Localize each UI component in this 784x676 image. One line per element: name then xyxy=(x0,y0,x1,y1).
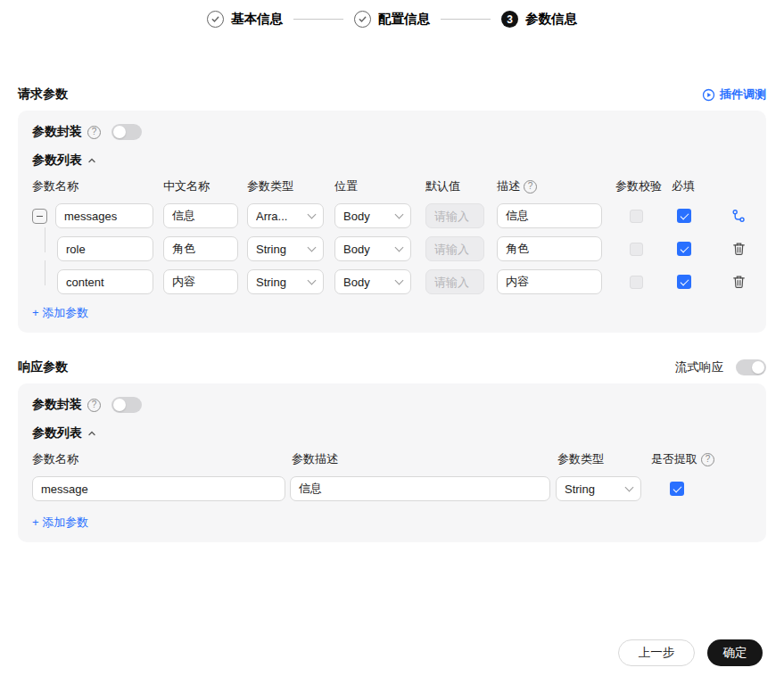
delete-param-icon[interactable] xyxy=(732,275,746,289)
param-type-select[interactable]: Arra... xyxy=(247,203,324,228)
step-done-check-icon xyxy=(354,11,371,28)
param-name-input[interactable] xyxy=(32,476,285,501)
step-indicator: 基本信息 配置信息 3 参数信息 xyxy=(0,0,784,28)
response-section-title: 响应参数 xyxy=(18,359,68,375)
param-default-input[interactable] xyxy=(425,269,484,294)
validation-checkbox[interactable] xyxy=(630,276,643,289)
param-name-input[interactable] xyxy=(55,203,153,228)
col-param-name: 参数名称 xyxy=(32,178,78,194)
required-checkbox[interactable] xyxy=(677,242,691,256)
help-icon[interactable] xyxy=(87,399,101,412)
help-icon[interactable] xyxy=(87,126,101,139)
confirm-button[interactable]: 确定 xyxy=(707,639,763,666)
validation-checkbox[interactable] xyxy=(630,243,643,256)
toggle-knob xyxy=(752,361,764,374)
plugin-debug-label: 插件调测 xyxy=(720,87,766,103)
response-table-header: 参数名称 参数描述 参数类型 是否提取 xyxy=(32,449,752,473)
request-param-row-content: String Body xyxy=(32,266,752,299)
col-param-name: 参数名称 xyxy=(32,451,78,467)
step-label: 基本信息 xyxy=(231,11,283,28)
param-cn-name-input[interactable] xyxy=(163,203,238,228)
param-location-select[interactable]: Body xyxy=(334,203,411,228)
step-label: 参数信息 xyxy=(525,11,577,28)
request-section-title: 请求参数 xyxy=(18,87,68,103)
minus-icon xyxy=(37,216,43,218)
col-required: 必填 xyxy=(672,178,695,194)
step-param-info[interactable]: 3 参数信息 xyxy=(501,11,577,28)
encapsulation-label: 参数封装 xyxy=(32,397,82,413)
param-default-input[interactable] xyxy=(425,203,484,228)
chevron-down-icon xyxy=(395,210,404,218)
param-list-label: 参数列表 xyxy=(32,153,82,169)
collapse-children-button[interactable] xyxy=(32,209,47,224)
chevron-down-icon xyxy=(308,276,317,284)
param-type-select[interactable]: String xyxy=(247,236,324,261)
delete-param-icon[interactable] xyxy=(732,242,746,256)
col-param-type: 参数类型 xyxy=(557,451,604,467)
param-name-input[interactable] xyxy=(57,236,153,261)
param-name-input[interactable] xyxy=(57,269,153,294)
response-section-header: 响应参数 流式响应 xyxy=(18,359,766,375)
chevron-down-icon xyxy=(308,243,317,251)
col-validation: 参数校验 xyxy=(615,178,662,194)
add-request-param-link[interactable]: + 添加参数 xyxy=(32,305,88,321)
validation-checkbox[interactable] xyxy=(630,210,643,223)
param-desc-input[interactable] xyxy=(497,269,602,294)
response-param-row-message: String xyxy=(32,473,752,508)
response-panel: 参数封装 参数列表 参数名称 参数描述 参数类型 是否提取 String + xyxy=(18,383,766,542)
encapsulation-toggle[interactable] xyxy=(111,124,142,140)
param-list-label: 参数列表 xyxy=(32,425,82,441)
stream-response-label: 流式响应 xyxy=(675,359,723,375)
request-param-list-header[interactable]: 参数列表 xyxy=(32,153,752,169)
required-checkbox[interactable] xyxy=(677,209,691,223)
request-param-row-role: String Body xyxy=(32,233,752,266)
chevron-down-icon xyxy=(395,243,404,251)
step-config-info[interactable]: 配置信息 xyxy=(354,11,430,28)
previous-step-button[interactable]: 上一步 xyxy=(618,639,695,666)
response-encapsulation-row: 参数封装 xyxy=(32,395,752,415)
param-location-select[interactable]: Body xyxy=(334,269,411,294)
col-cn-name: 中文名称 xyxy=(163,178,210,194)
param-default-input[interactable] xyxy=(425,236,484,261)
step-label: 配置信息 xyxy=(378,11,430,28)
param-desc-input[interactable] xyxy=(290,476,550,501)
help-icon[interactable] xyxy=(701,453,714,466)
col-extract: 是否提取 xyxy=(651,451,714,467)
toggle-knob xyxy=(113,126,126,138)
encapsulation-toggle[interactable] xyxy=(111,397,142,413)
param-cn-name-input[interactable] xyxy=(163,269,238,294)
response-param-list-header[interactable]: 参数列表 xyxy=(32,425,752,441)
param-desc-input[interactable] xyxy=(497,236,602,261)
param-type-select[interactable]: String xyxy=(556,476,641,501)
required-checkbox[interactable] xyxy=(677,275,691,289)
add-response-param-link[interactable]: + 添加参数 xyxy=(32,515,88,531)
param-cn-name-input[interactable] xyxy=(163,236,238,261)
encapsulation-label: 参数封装 xyxy=(32,124,82,140)
col-description: 参数描述 xyxy=(292,451,338,467)
chevron-down-icon xyxy=(308,210,317,218)
col-description: 描述 xyxy=(497,178,537,194)
add-sub-param-icon[interactable] xyxy=(731,209,746,223)
chevron-down-icon xyxy=(395,276,404,284)
help-icon[interactable] xyxy=(524,180,537,194)
param-type-select[interactable]: String xyxy=(247,269,324,294)
play-circle-icon xyxy=(702,88,715,102)
stream-response-toggle[interactable] xyxy=(736,359,766,375)
plugin-debug-link[interactable]: 插件调测 xyxy=(702,87,766,103)
step-basic-info[interactable]: 基本信息 xyxy=(207,11,283,28)
step-connector xyxy=(441,19,491,21)
request-encapsulation-row: 参数封装 xyxy=(32,122,752,142)
col-param-type: 参数类型 xyxy=(247,178,293,194)
parameter-config-page: 基本信息 配置信息 3 参数信息 请求参数 插件调测 参数封装 参数列表 xyxy=(0,0,784,676)
footer-actions: 上一步 确定 xyxy=(618,639,763,666)
param-desc-input[interactable] xyxy=(497,203,602,228)
request-table-header: 参数名称 中文名称 参数类型 位置 默认值 描述 参数校验 必填 xyxy=(32,176,752,200)
chevron-up-icon xyxy=(87,156,96,165)
col-default: 默认值 xyxy=(425,178,460,194)
param-location-select[interactable]: Body xyxy=(334,236,411,261)
toggle-knob xyxy=(113,399,126,411)
step-done-check-icon xyxy=(207,11,224,28)
request-section-header: 请求参数 插件调测 xyxy=(18,87,766,103)
chevron-down-icon xyxy=(625,482,634,491)
extract-checkbox[interactable] xyxy=(670,482,684,496)
